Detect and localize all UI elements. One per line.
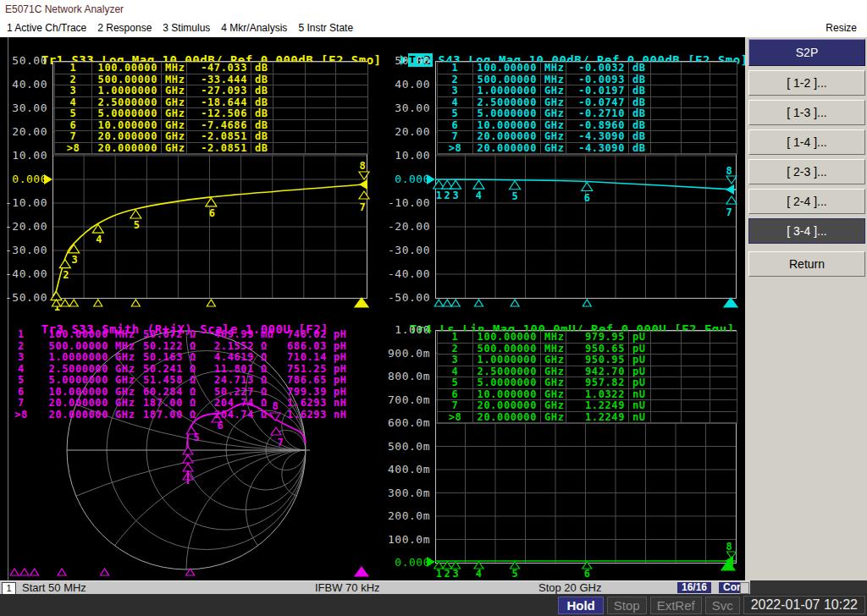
trace1-title[interactable]: Tr1 S33 Log Mag 10.00dB/ Ref 0.000dB [F2… bbox=[11, 40, 382, 53]
marker-cell bbox=[651, 120, 682, 131]
marker-cell bbox=[682, 74, 710, 85]
stop-indicator: Stop bbox=[607, 597, 647, 614]
marker-cell: 2 bbox=[438, 74, 473, 85]
marker-cell bbox=[273, 108, 306, 119]
tr1-scale-label: -20.00 bbox=[5, 221, 47, 233]
svg-text:6: 6 bbox=[217, 420, 223, 432]
marker-cell: pH bbox=[330, 352, 354, 364]
marker-cell: 4 bbox=[8, 364, 34, 376]
marker-table-row: 31.0000000GHz-27.093dB bbox=[55, 85, 367, 97]
marker-cell: 2.5000000 bbox=[34, 364, 112, 376]
tr2-scale-label: 50.00 bbox=[388, 55, 430, 67]
ifbw-value[interactable]: IFBW 70 kHz bbox=[315, 581, 380, 594]
tr1-scale-label: 50.00 bbox=[5, 55, 47, 67]
softkey-button-5[interactable]: [ 2-4 ]... bbox=[748, 189, 865, 214]
start-frequency[interactable]: Start 50 MHz bbox=[22, 581, 86, 594]
marker-cell: GHz bbox=[162, 97, 187, 108]
marker-cell: -12.506 bbox=[187, 108, 251, 119]
marker-cell bbox=[682, 389, 710, 400]
marker-cell: GHz bbox=[541, 412, 566, 423]
marker-cell: 1.0000000 bbox=[473, 355, 541, 366]
marker-cell bbox=[710, 366, 737, 377]
marker-cell bbox=[651, 97, 682, 108]
marker-cell: >8 bbox=[55, 143, 92, 154]
marker-table-row: 720.000000GHz1.2249nU bbox=[438, 400, 737, 412]
marker-cell bbox=[682, 63, 710, 74]
tr4-scale-label: 300.0m bbox=[383, 487, 430, 499]
marker-cell: nU bbox=[629, 412, 651, 423]
marker-cell: dB bbox=[251, 120, 273, 131]
marker-table-row: 1100.00000MHz50.072Ω469.99mΩ748.02pH bbox=[8, 329, 354, 341]
marker-cell: Ω bbox=[186, 364, 205, 376]
stop-frequency[interactable]: Stop 20 GHz bbox=[538, 581, 601, 594]
return-button[interactable]: Return bbox=[748, 251, 865, 277]
tr4-scale-label: 600.0m bbox=[383, 417, 430, 429]
softkey-button-3[interactable]: [ 1-4 ]... bbox=[748, 129, 865, 155]
tr2-scale-label: -40.00 bbox=[388, 268, 430, 280]
tr1-scale-label: 0.000 bbox=[5, 173, 47, 185]
marker-cell: -0.0093 bbox=[566, 74, 629, 85]
marker-cell bbox=[651, 377, 682, 388]
tr4-scale-label: 700.0m bbox=[383, 394, 430, 406]
marker-cell: 20.000000 bbox=[473, 400, 541, 411]
marker-table-row: 55.0000000GHz-12.506dB bbox=[55, 108, 367, 120]
softkey-button-1[interactable]: [ 1-2 ]... bbox=[748, 70, 865, 96]
marker-cell: Ω bbox=[257, 375, 283, 387]
marker-cell: -0.0747 bbox=[566, 97, 629, 108]
softkey-button-4[interactable]: [ 2-3 ]... bbox=[748, 159, 865, 184]
marker-cell bbox=[682, 366, 710, 377]
softkey-button-2[interactable]: [ 1-3 ]... bbox=[748, 100, 865, 125]
marker-table-row: 42.5000000GHz-0.0747dB bbox=[438, 97, 737, 109]
trace3-title[interactable]: Tr3 S33 Smith (R+jX) Scale 1.000U [F2] bbox=[11, 309, 329, 322]
marker-cell: 3 bbox=[8, 352, 34, 364]
marker-cell: 1.2249 bbox=[566, 412, 629, 423]
marker-cell bbox=[710, 412, 737, 423]
marker-cell: -2.0851 bbox=[187, 143, 251, 154]
svg-text:3: 3 bbox=[453, 190, 459, 201]
marker-cell: -47.033 bbox=[187, 63, 251, 74]
marker-cell: 60.284 bbox=[141, 387, 186, 399]
softkey-button-6[interactable]: [ 3-4 ]... bbox=[748, 218, 865, 244]
marker-cell: Ω bbox=[186, 410, 205, 421]
marker-table-row: 610.000000GHz60.284Ω50.227Ω799.39pH bbox=[8, 387, 354, 399]
marker-cell: Ω bbox=[186, 329, 205, 341]
marker-cell bbox=[682, 355, 710, 366]
channel-number: 1 bbox=[2, 582, 16, 595]
marker-cell: Ω bbox=[186, 387, 205, 399]
marker-cell: GHz bbox=[541, 97, 566, 108]
marker-cell bbox=[710, 389, 737, 400]
marker-table-row: 31.0000000GHz50.163Ω4.4619Ω710.14pH bbox=[8, 352, 354, 364]
marker-cell: GHz bbox=[541, 377, 566, 388]
marker-table-row: 55.0000000GHz-0.2710dB bbox=[438, 108, 737, 120]
marker-cell: 5.0000000 bbox=[473, 108, 541, 119]
tr2-scale-label: -30.00 bbox=[388, 245, 430, 256]
marker-cell: 10.000000 bbox=[473, 389, 541, 400]
marker-cell bbox=[651, 344, 682, 355]
trace4-title[interactable]: Tr4 Ls Lin Mag 100.0mU/ Ref 0.000U [F2 E… bbox=[379, 309, 735, 322]
trace2-title[interactable]: Tr2S43 Log Mag 10.00dB/ Ref 0.000dB [F2 … bbox=[370, 40, 748, 53]
marker-cell: GHz bbox=[541, 143, 566, 154]
tr1-scale-label: 40.00 bbox=[5, 79, 47, 91]
marker-cell bbox=[651, 74, 682, 85]
marker-cell bbox=[651, 143, 682, 154]
marker-cell: GHz bbox=[112, 375, 141, 387]
marker-cell: 50.122 bbox=[141, 341, 186, 353]
marker-cell: 20.000000 bbox=[34, 398, 112, 410]
marker-cell: nH bbox=[330, 410, 354, 421]
marker-cell: 24.713 bbox=[205, 375, 257, 387]
marker-cell: 5.0000000 bbox=[92, 108, 162, 119]
marker-cell bbox=[710, 377, 737, 388]
softkey-buttons: [ 1-2 ]...[ 1-3 ]...[ 1-4 ]...[ 2-3 ]...… bbox=[745, 70, 867, 244]
marker-cell: 5 bbox=[55, 108, 92, 119]
marker-cell: GHz bbox=[541, 120, 566, 131]
marker-cell bbox=[682, 120, 710, 131]
marker-cell: 5 bbox=[8, 375, 34, 387]
tr4-scale-label: 0.000 bbox=[383, 557, 430, 569]
marker-cell: 6 bbox=[55, 120, 92, 131]
marker-cell: nU bbox=[629, 389, 651, 400]
marker-cell: 1.6293 bbox=[283, 398, 330, 410]
tr2-scale-label: -50.00 bbox=[388, 292, 430, 304]
marker-cell: GHz bbox=[162, 108, 187, 119]
marker-cell bbox=[273, 143, 306, 154]
marker-cell: -18.644 bbox=[187, 97, 251, 108]
